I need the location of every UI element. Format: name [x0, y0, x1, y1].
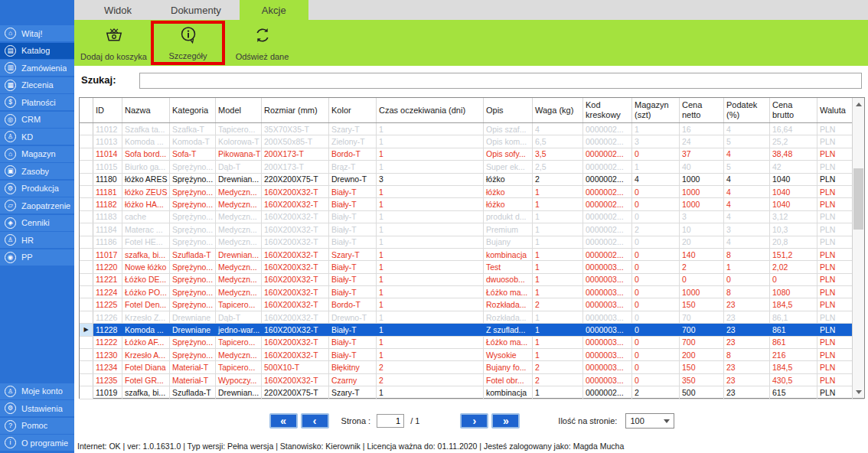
sidebar-item-zasoby[interactable]: ▣Zasoby — [0, 163, 74, 179]
row-selector[interactable] — [80, 337, 93, 348]
cell-kod-kreskowy[interactable]: 0000003... — [583, 337, 632, 348]
cell-kategoria[interactable]: Komoda-T — [170, 135, 216, 147]
cell-nazwa[interactable]: łóżko ARES — [122, 174, 170, 185]
cell-model[interactable]: Medyczn... — [216, 186, 262, 197]
row-selector[interactable] — [80, 123, 93, 135]
row-selector[interactable] — [80, 261, 93, 272]
cell-kategoria[interactable]: Materiał-T — [170, 374, 216, 386]
cell-waga[interactable]: 1 — [533, 249, 583, 260]
sidebar-item-o-programie[interactable]: iO programie — [0, 435, 74, 451]
cell-waluta[interactable]: PLN — [817, 324, 853, 335]
cell-model[interactable]: Medyczn... — [216, 261, 262, 272]
cell-magazyn[interactable]: 0 — [632, 274, 680, 285]
cell-waga[interactable]: 1 — [533, 274, 583, 285]
cell-opis[interactable]: kombinacja — [484, 386, 533, 398]
cell-kategoria[interactable]: Sprężyno... — [170, 261, 216, 272]
cell-nazwa[interactable]: Komoda ... — [122, 324, 170, 335]
cell-cena-netto[interactable]: 200 — [680, 349, 724, 360]
col-header-id[interactable]: ID — [93, 98, 122, 122]
cell-waga[interactable]: 1 — [533, 386, 583, 398]
table-row[interactable]: 11183cacheSprężyno...Medyczn...160X200X3… — [80, 211, 864, 223]
cell-cena-brutto[interactable]: 16,64 — [770, 123, 817, 135]
cell-waluta[interactable]: PLN — [817, 198, 853, 210]
cell-opis[interactable]: Łóżko ma... — [484, 337, 533, 348]
cell-nazwa[interactable]: Krzesło A... — [122, 349, 170, 360]
cell-kod-kreskowy[interactable]: 0000003... — [583, 349, 632, 360]
cell-cena-brutto[interactable]: 42 — [770, 161, 817, 172]
cell-cena-brutto[interactable]: 1080 — [770, 286, 817, 298]
cell-kategoria[interactable]: Sprężyno... — [170, 211, 216, 223]
cell-model[interactable]: Medyczn... — [216, 349, 262, 360]
cell-kolor[interactable]: Drewno-T — [329, 311, 377, 323]
row-selector[interactable] — [80, 135, 93, 147]
cell-id[interactable]: 11221 — [93, 274, 122, 285]
cell-rozmiar[interactable]: 220X200X75-T — [262, 386, 329, 398]
cell-nazwa[interactable]: Nowe łóżko — [122, 261, 170, 272]
cell-kod-kreskowy[interactable]: 0000002... — [583, 236, 632, 248]
cell-rozmiar[interactable]: 160X200X32-T — [262, 186, 329, 197]
cell-opis[interactable]: Premium — [484, 223, 533, 235]
cell-waluta[interactable]: PLN — [817, 186, 853, 197]
cell-podatek[interactable]: 23 — [724, 324, 770, 335]
cell-waluta[interactable]: PLN — [817, 274, 853, 285]
cell-waga[interactable]: 1 — [533, 324, 583, 335]
cell-rozmiar[interactable]: 500X10-T — [262, 361, 329, 373]
cell-nazwa[interactable]: Fotel HE... — [122, 236, 170, 248]
cell-cena-netto[interactable]: 2 — [680, 261, 724, 272]
cell-id[interactable]: 11015 — [93, 161, 122, 172]
row-selector[interactable] — [80, 311, 93, 323]
table-row[interactable]: 11221Łóżko DE...Sprężyno...Medyczn...160… — [80, 274, 864, 286]
cell-nazwa[interactable]: Krzesło Z... — [122, 311, 170, 323]
table-row[interactable]: 11230Krzesło A...Sprężyno...Medyczn...16… — [80, 349, 864, 361]
cell-waluta[interactable]: PLN — [817, 261, 853, 272]
cell-kolor[interactable]: Biały-T — [329, 261, 377, 272]
cell-cena-brutto[interactable]: 861 — [770, 324, 817, 335]
cell-model[interactable]: Pikowana-T — [216, 148, 262, 160]
cell-nazwa[interactable]: łóżko HA... — [122, 198, 170, 210]
cell-kategoria[interactable]: Sofa-T — [170, 148, 216, 160]
cell-podatek[interactable]: 4 — [724, 236, 770, 248]
col-header-rozmiar[interactable]: Rozmiar (mm) — [262, 98, 329, 122]
cell-opis[interactable]: produkt d... — [484, 211, 533, 223]
cell-model[interactable]: Kolorowa-T — [216, 135, 262, 147]
sidebar-item-produkcja[interactable]: ⚙Produkcja — [0, 181, 74, 197]
sidebar-item-kd[interactable]: ♙KD — [0, 129, 74, 145]
cell-magazyn[interactable]: 0 — [632, 324, 680, 335]
cell-kod-kreskowy[interactable]: 0000002... — [583, 148, 632, 160]
cell-kod-kreskowy[interactable]: 0000002... — [583, 386, 632, 398]
cell-opis[interactable]: Test — [484, 261, 533, 272]
cell-rozmiar[interactable]: 220X200X75-T — [262, 174, 329, 185]
cell-podatek[interactable]: 23 — [724, 311, 770, 323]
cell-magazyn[interactable]: 1 — [632, 123, 680, 135]
cell-waluta[interactable]: PLN — [817, 174, 853, 185]
cell-opis[interactable]: Z szuflad... — [484, 324, 533, 335]
cell-cena-brutto[interactable]: 184,5 — [770, 298, 817, 310]
cell-cena-brutto[interactable]: 0 — [770, 274, 817, 285]
col-header-podatek[interactable]: Podatek (%) — [724, 98, 770, 122]
cell-czas-oczekiwania[interactable]: 2 — [377, 374, 484, 386]
cell-kolor[interactable]: Bordo-T — [329, 148, 377, 160]
cell-cena-netto[interactable]: 10 — [680, 223, 724, 235]
cell-podatek[interactable]: 5 — [724, 161, 770, 172]
cell-nazwa[interactable]: szafka, bi... — [122, 249, 170, 260]
cell-cena-netto[interactable]: 1000 — [680, 286, 724, 298]
cell-waga[interactable]: 1 — [533, 198, 583, 210]
row-selector[interactable] — [80, 361, 93, 373]
sidebar-item-ustawienia[interactable]: ⚙Ustawienia — [0, 400, 74, 416]
cell-opis[interactable]: Bujany fo... — [484, 361, 533, 373]
cell-opis[interactable]: łóżko — [484, 198, 533, 210]
cell-cena-brutto[interactable]: 25,2 — [770, 135, 817, 147]
cell-podatek[interactable]: 8 — [724, 286, 770, 298]
cell-opis[interactable]: łóżko — [484, 186, 533, 197]
cell-model[interactable]: Tapicero... — [216, 298, 262, 310]
cell-kategoria[interactable]: Szafka-T — [170, 123, 216, 135]
cell-magazyn[interactable]: 2 — [632, 223, 680, 235]
cell-magazyn[interactable]: 0 — [632, 337, 680, 348]
cell-cena-netto[interactable]: 0 — [680, 274, 724, 285]
cell-cena-netto[interactable]: 350 — [680, 374, 724, 386]
cell-czas-oczekiwania[interactable]: 1 — [377, 298, 484, 310]
cell-czas-oczekiwania[interactable]: 1 — [377, 223, 484, 235]
cell-model[interactable]: Drewnian... — [216, 249, 262, 260]
table-row[interactable]: 11180łóżko ARESSprężyno...Drewnian...220… — [80, 174, 864, 186]
cell-kod-kreskowy[interactable]: 0000003... — [583, 261, 632, 272]
